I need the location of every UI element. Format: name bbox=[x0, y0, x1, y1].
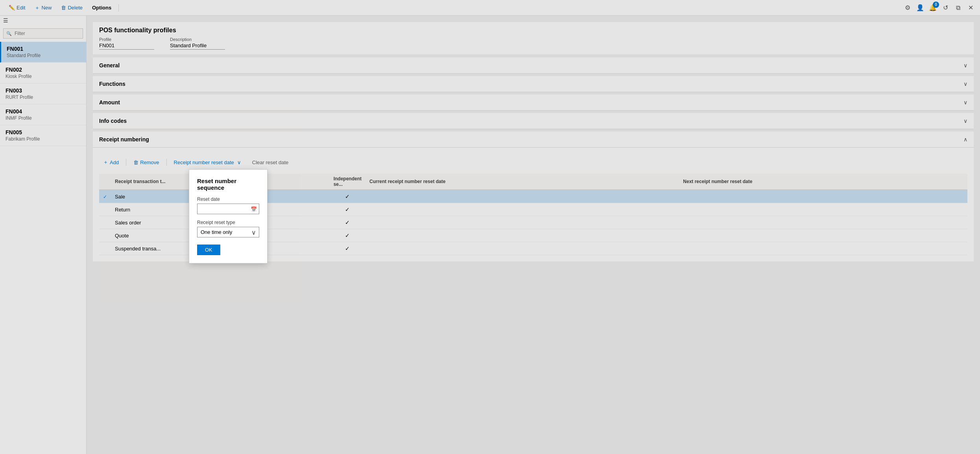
modal-title: Reset number sequence bbox=[197, 178, 259, 191]
receipt-reset-type-label: Receipt reset type bbox=[197, 220, 259, 225]
ok-button[interactable]: OK bbox=[197, 245, 220, 255]
reset-date-field: 📅 bbox=[197, 204, 259, 214]
reset-number-sequence-modal: Reset number sequence Reset date 📅 Recei… bbox=[189, 169, 268, 263]
calendar-icon[interactable]: 📅 bbox=[251, 206, 257, 212]
receipt-reset-type-select[interactable]: One time onlyDailyWeeklyMonthly bbox=[197, 227, 259, 237]
reset-date-input[interactable] bbox=[197, 204, 259, 214]
reset-date-label: Reset date bbox=[197, 196, 259, 202]
modal-overlay: Reset number sequence Reset date 📅 Recei… bbox=[0, 0, 980, 454]
receipt-reset-type-field: One time onlyDailyWeeklyMonthly ∨ bbox=[197, 227, 259, 237]
